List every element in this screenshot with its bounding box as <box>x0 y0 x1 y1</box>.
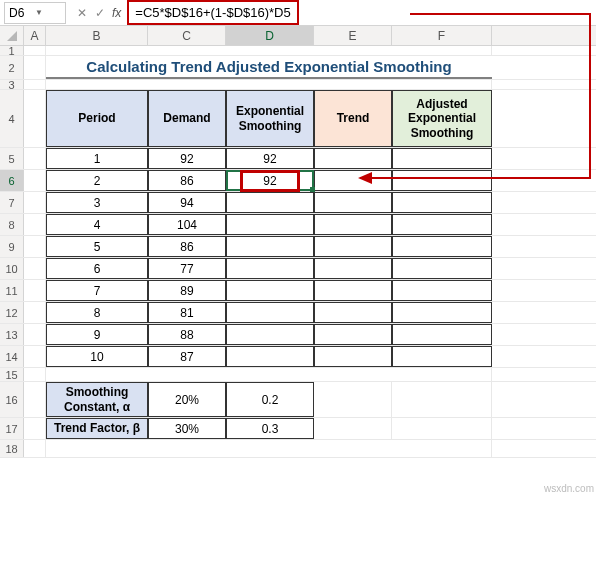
cell[interactable] <box>46 46 492 55</box>
cell-trend[interactable] <box>314 324 392 345</box>
row-header[interactable]: 8 <box>0 214 24 235</box>
cell-exp[interactable] <box>226 192 314 213</box>
cell[interactable] <box>24 46 46 55</box>
cell-period[interactable]: 2 <box>46 170 148 191</box>
cell-trend[interactable] <box>314 236 392 257</box>
cell[interactable] <box>46 368 492 381</box>
cell-adj[interactable] <box>392 148 492 169</box>
cell-trend[interactable] <box>314 258 392 279</box>
cell[interactable] <box>24 214 46 235</box>
cell-trend[interactable] <box>314 346 392 367</box>
cell[interactable] <box>46 80 492 89</box>
row-header[interactable]: 16 <box>0 382 24 417</box>
cell-trend[interactable] <box>314 148 392 169</box>
cell[interactable] <box>314 418 392 439</box>
cancel-icon[interactable]: ✕ <box>74 6 90 20</box>
col-header-B[interactable]: B <box>46 26 148 45</box>
cell-demand[interactable]: 104 <box>148 214 226 235</box>
cell-demand[interactable]: 86 <box>148 236 226 257</box>
row-header[interactable]: 7 <box>0 192 24 213</box>
row-header[interactable]: 4 <box>0 90 24 147</box>
cell-demand[interactable]: 86 <box>148 170 226 191</box>
header-period[interactable]: Period <box>46 90 148 147</box>
col-header-F[interactable]: F <box>392 26 492 45</box>
cell-adj[interactable] <box>392 236 492 257</box>
cell-demand[interactable]: 92 <box>148 148 226 169</box>
row-header[interactable]: 9 <box>0 236 24 257</box>
smoothing-val[interactable]: 0.2 <box>226 382 314 417</box>
cell-period[interactable]: 1 <box>46 148 148 169</box>
cell-exp[interactable] <box>226 258 314 279</box>
cell[interactable] <box>24 440 46 457</box>
cell[interactable] <box>24 324 46 345</box>
cell-period[interactable]: 4 <box>46 214 148 235</box>
col-header-D[interactable]: D <box>226 26 314 45</box>
cell[interactable] <box>24 170 46 191</box>
cell-demand[interactable]: 94 <box>148 192 226 213</box>
cell[interactable] <box>24 56 46 79</box>
enter-icon[interactable]: ✓ <box>92 6 108 20</box>
name-box[interactable]: D6 ▼ <box>4 2 66 24</box>
formula-input-area[interactable]: =C5*$D$16+(1-$D$16)*D5 ⌄ <box>127 0 596 25</box>
header-trend[interactable]: Trend <box>314 90 392 147</box>
cell-adj[interactable] <box>392 324 492 345</box>
col-header-C[interactable]: C <box>148 26 226 45</box>
cell-adj[interactable] <box>392 302 492 323</box>
cell-trend[interactable] <box>314 302 392 323</box>
cell-exp[interactable] <box>226 346 314 367</box>
cell-exp[interactable]: 92 <box>226 148 314 169</box>
cell-demand[interactable]: 89 <box>148 280 226 301</box>
cell-trend[interactable] <box>314 280 392 301</box>
trend-val[interactable]: 0.3 <box>226 418 314 439</box>
row-header[interactable]: 17 <box>0 418 24 439</box>
cell-demand[interactable]: 88 <box>148 324 226 345</box>
cell-period[interactable]: 9 <box>46 324 148 345</box>
cell-exp[interactable] <box>226 324 314 345</box>
cell-adj[interactable] <box>392 280 492 301</box>
cell[interactable] <box>24 148 46 169</box>
cell[interactable] <box>24 80 46 89</box>
chevron-down-icon[interactable]: ▼ <box>35 8 61 17</box>
cell[interactable] <box>24 346 46 367</box>
select-all-button[interactable] <box>0 26 24 45</box>
cell-trend[interactable] <box>314 192 392 213</box>
cell[interactable] <box>24 368 46 381</box>
row-header[interactable]: 3 <box>0 80 24 89</box>
row-header[interactable]: 11 <box>0 280 24 301</box>
col-header-E[interactable]: E <box>314 26 392 45</box>
cell-trend[interactable] <box>314 214 392 235</box>
cell[interactable] <box>24 236 46 257</box>
trend-pct[interactable]: 30% <box>148 418 226 439</box>
row-header[interactable]: 5 <box>0 148 24 169</box>
cell-exp[interactable] <box>226 214 314 235</box>
cell-adj[interactable] <box>392 258 492 279</box>
cell-adj[interactable] <box>392 192 492 213</box>
cell-adj[interactable] <box>392 170 492 191</box>
cell-demand[interactable]: 81 <box>148 302 226 323</box>
cell-period[interactable]: 8 <box>46 302 148 323</box>
cell-period[interactable]: 10 <box>46 346 148 367</box>
row-header[interactable]: 1 <box>0 46 24 55</box>
cell-adj[interactable] <box>392 214 492 235</box>
header-demand[interactable]: Demand <box>148 90 226 147</box>
active-cell[interactable]: 92 <box>226 170 314 191</box>
cell[interactable] <box>314 382 392 417</box>
cell-period[interactable]: 5 <box>46 236 148 257</box>
row-header[interactable]: 18 <box>0 440 24 457</box>
row-header[interactable]: 2 <box>0 56 24 79</box>
cell-trend[interactable] <box>314 170 392 191</box>
cell[interactable] <box>392 382 492 417</box>
cell-demand[interactable]: 77 <box>148 258 226 279</box>
fx-icon[interactable]: fx <box>112 6 121 20</box>
header-exp[interactable]: Exponential Smoothing <box>226 90 314 147</box>
cell[interactable] <box>24 90 46 147</box>
row-header[interactable]: 12 <box>0 302 24 323</box>
smoothing-label[interactable]: Smoothing Constant, α <box>46 382 148 417</box>
title-cell[interactable]: Calculating Trend Adjusted Exponential S… <box>46 56 492 79</box>
cell-period[interactable]: 7 <box>46 280 148 301</box>
smoothing-pct[interactable]: 20% <box>148 382 226 417</box>
col-header-A[interactable]: A <box>24 26 46 45</box>
cell-adj[interactable] <box>392 346 492 367</box>
cell[interactable] <box>24 302 46 323</box>
cell[interactable] <box>24 418 46 439</box>
